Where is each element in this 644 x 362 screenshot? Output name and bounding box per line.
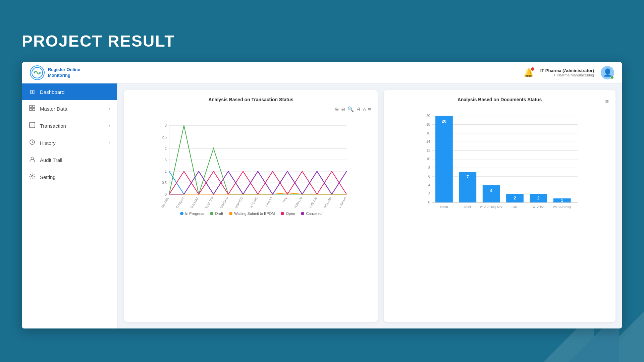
logo-area: Register Online Monitoring xyxy=(30,65,104,80)
menu-button[interactable]: ≡ xyxy=(368,106,371,112)
legend-dot-in-progress xyxy=(180,212,183,215)
transaction-chevron: › xyxy=(109,123,110,128)
master-data-chevron: › xyxy=(109,106,110,111)
app-header: Register Online Monitoring 🔔 IT Pharma (… xyxy=(22,62,622,83)
logo-icon xyxy=(30,65,45,80)
online-indicator xyxy=(610,76,614,79)
user-org: IT Pharma Manufacturing xyxy=(540,73,594,77)
bar-chart: 0 2 4 6 8 10 12 14 16 18 20 xyxy=(390,109,609,209)
svg-text:WFA DA Reg: WFA DA Reg xyxy=(553,205,571,208)
user-info: IT Pharma (Administrator) IT Pharma Manu… xyxy=(540,68,594,77)
sidebar-item-history[interactable]: History › xyxy=(22,134,117,152)
svg-point-5 xyxy=(39,72,41,73)
svg-text:18: 18 xyxy=(426,123,430,126)
documents-status-chart-card: Analysis Based on Documents Status ≡ xyxy=(384,90,615,322)
svg-text:LACTAMORS: LACTAMORS xyxy=(216,196,229,208)
history-icon xyxy=(29,139,36,147)
svg-text:20: 20 xyxy=(442,119,446,124)
avatar-icon: 👤 xyxy=(603,68,612,77)
svg-text:WFA DA Reg SPV: WFA DA Reg SPV xyxy=(480,205,503,208)
history-chevron: › xyxy=(109,140,110,145)
left-chart-title: Analysis Based on Transaction Status xyxy=(131,97,371,102)
svg-text:3: 3 xyxy=(165,124,167,127)
svg-text:2.5: 2.5 xyxy=(162,135,167,139)
svg-text:FREGO 5 MG: FREGO 5 MG xyxy=(246,196,259,208)
main-content: Analysis Based on Transaction Status ⊕ ⊖… xyxy=(117,83,622,328)
home-button[interactable]: ⌂ xyxy=(363,106,366,112)
svg-text:2: 2 xyxy=(165,147,167,150)
sidebar-item-setting[interactable]: Setting › xyxy=(22,169,117,186)
sidebar-item-dashboard[interactable]: ⊞ Dashboard xyxy=(22,83,117,100)
legend-dot-draft xyxy=(210,212,213,215)
sidebar-label-setting: Setting xyxy=(40,174,105,180)
svg-text:8: 8 xyxy=(428,166,430,170)
zoom-out-button[interactable]: ⊖ xyxy=(341,106,345,112)
svg-text:10: 10 xyxy=(426,157,430,161)
svg-text:1: 1 xyxy=(165,170,167,173)
svg-text:BRONSOLVAN: BRONSOLVAN xyxy=(319,196,332,208)
svg-text:0.5: 0.5 xyxy=(162,181,167,185)
legend-dot-open xyxy=(281,212,284,215)
svg-text:1.5: 1.5 xyxy=(162,158,167,162)
svg-text:16: 16 xyxy=(426,131,430,135)
sidebar: ⊞ Dashboard Master Data › xyxy=(22,83,117,328)
dashboard-icon: ⊞ xyxy=(29,88,36,96)
sidebar-label-audit-trail: Audit Trail xyxy=(40,157,110,163)
transaction-icon xyxy=(29,122,36,130)
user-name: IT Pharma (Administrator) xyxy=(540,68,594,73)
setting-chevron: › xyxy=(109,175,110,180)
app-window: Register Online Monitoring 🔔 IT Pharma (… xyxy=(22,62,622,328)
legend-waiting-submit: Waiting Submit to BPOM xyxy=(229,212,275,216)
zoom-in-button[interactable]: ⊕ xyxy=(335,106,339,112)
svg-text:CELECOXIB 100: CELECOXIB 100 xyxy=(303,196,317,208)
sidebar-item-audit-trail[interactable]: Audit Trail xyxy=(22,152,117,169)
zoom-reset-button[interactable]: 🔍 xyxy=(347,106,354,112)
svg-rect-8 xyxy=(30,108,32,111)
right-chart-menu[interactable]: ≡ xyxy=(605,98,609,105)
right-chart-title: Analysis Based on Documents Status xyxy=(434,97,565,102)
sidebar-label-transaction: Transaction xyxy=(40,123,105,129)
svg-text:0: 0 xyxy=(165,193,167,196)
svg-text:MEKTRIL: MEKTRIL xyxy=(160,196,170,208)
svg-text:7: 7 xyxy=(467,175,469,179)
svg-text:TAVORA 20: TAVORA 20 xyxy=(291,196,303,208)
svg-text:CETINAL SIRUP: CETINAL SIRUP xyxy=(332,196,347,208)
notification-badge xyxy=(531,67,534,71)
legend-canceled: Canceled xyxy=(301,212,321,216)
notification-button[interactable]: 🔔 xyxy=(524,68,534,77)
svg-text:4: 4 xyxy=(490,188,492,193)
legend-draft: Draft xyxy=(210,212,223,216)
svg-text:2: 2 xyxy=(514,196,516,200)
sidebar-item-master-data[interactable]: Master Data › xyxy=(22,100,117,117)
svg-rect-7 xyxy=(33,105,35,108)
svg-text:TRANSMUCO: TRANSMUCO xyxy=(231,196,244,208)
audit-trail-icon xyxy=(29,156,36,164)
svg-point-16 xyxy=(32,176,33,177)
svg-text:OK: OK xyxy=(513,205,517,208)
legend-open: Open xyxy=(281,212,295,216)
sidebar-item-transaction[interactable]: Transaction › xyxy=(22,117,117,134)
svg-text:14: 14 xyxy=(426,140,430,143)
svg-text:FASGO: FASGO xyxy=(265,196,273,207)
sidebar-label-master-data: Master Data xyxy=(40,106,105,112)
legend-dot-waiting xyxy=(229,212,232,215)
svg-text:0: 0 xyxy=(428,200,430,204)
svg-text:6: 6 xyxy=(428,175,430,178)
svg-text:12: 12 xyxy=(426,148,430,152)
master-data-icon xyxy=(29,105,36,113)
svg-text:1: 1 xyxy=(561,198,563,202)
chart-toolbar-left: ⊕ ⊖ 🔍 🖨 ⌂ ≡ xyxy=(131,106,371,112)
chart-legend-left: In Progress Draft Waiting Submit to BPOM… xyxy=(131,212,371,216)
app-body: ⊞ Dashboard Master Data › xyxy=(22,83,622,328)
page-title: PROJECT RESULT xyxy=(22,32,175,50)
sidebar-label-dashboard: Dashboard xyxy=(40,89,110,95)
avatar[interactable]: 👤 xyxy=(601,66,614,79)
legend-in-progress: In Progress xyxy=(180,212,204,216)
svg-text:KALMECO kapsul: KALMECO kapsul xyxy=(169,196,184,208)
svg-text:4: 4 xyxy=(428,183,430,187)
line-chart: 0 0.5 1 1.5 2 2.5 3 MEKTRIL KALMEC xyxy=(131,114,371,208)
bar-wfa-da-reg-spv xyxy=(483,185,500,203)
download-button[interactable]: 🖨 xyxy=(356,106,361,112)
svg-text:Open: Open xyxy=(440,205,448,208)
svg-rect-9 xyxy=(33,108,35,111)
